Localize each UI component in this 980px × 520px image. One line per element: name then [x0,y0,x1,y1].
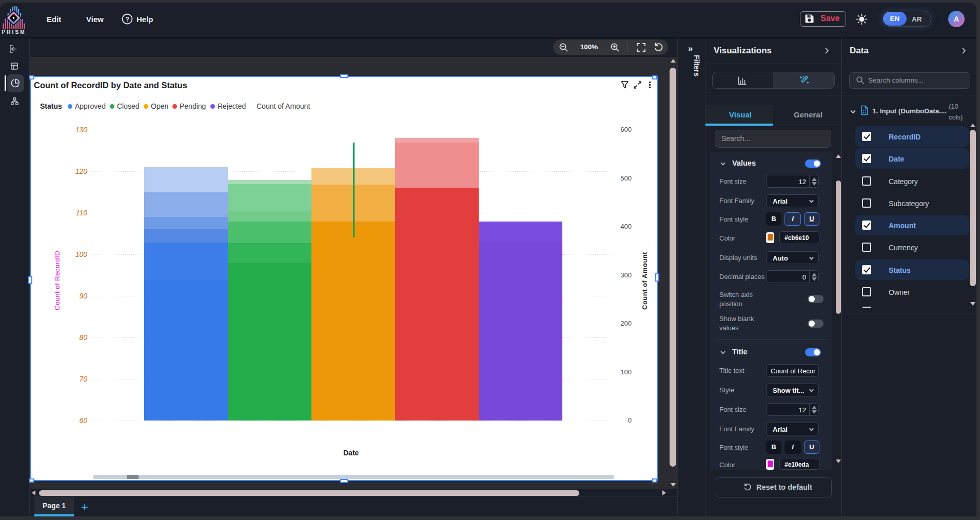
svg-text:?: ? [125,16,129,23]
svg-text:PRISM: PRISM [2,29,26,35]
